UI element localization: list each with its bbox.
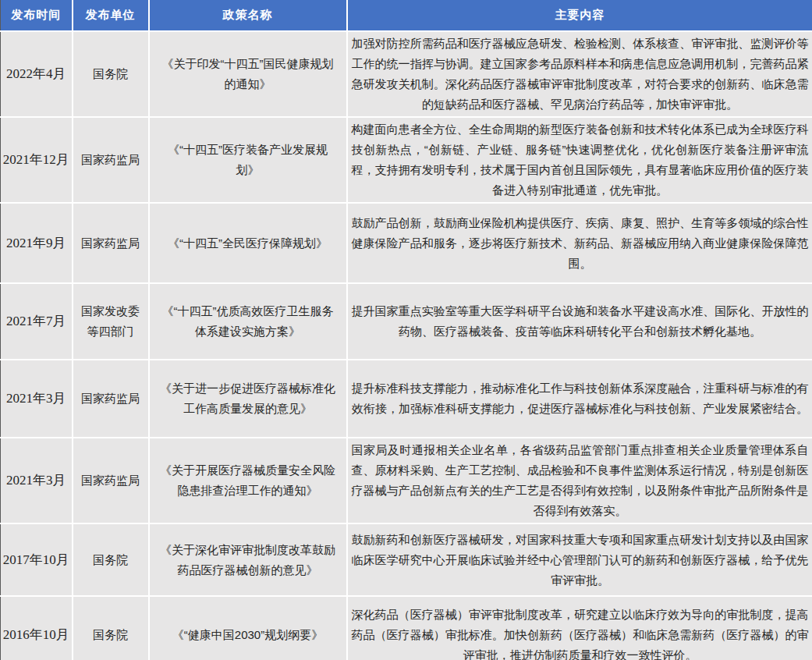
main-content-cell: 提升标准科技支撑能力，推动标准化工作与科技创新体系深度融合，注重科研与标准的有效…	[347, 360, 812, 438]
publish-time-cell: 2021年9月	[1, 203, 73, 283]
publish-unit-cell: 国务院	[73, 596, 149, 660]
table-row: 2017年10月 国务院 《关于深化审评审批制度改革鼓励药品医疗器械创新的意见》…	[1, 523, 812, 596]
publish-time-cell: 2021年7月	[1, 283, 73, 360]
table-row: 2021年3月 国家药监局 《关于开展医疗器械质量安全风险隐患排查治理工作的通知…	[1, 438, 812, 523]
policy-name-cell: 《关于印发“十四五”国民健康规划的通知》	[149, 31, 347, 117]
main-content-cell: 鼓励新药和创新医疗器械研发，对国家科技重大专项和国家重点研发计划支持以及由国家临…	[347, 523, 812, 596]
column-header-policy-name: 政策名称	[149, 0, 347, 31]
main-content-cell: 构建面向患者全方位、全生命周期的新型医疗装备创新和技术转化体系已成为全球医疗科技…	[347, 117, 812, 203]
publish-time-cell: 2017年10月	[1, 523, 73, 596]
main-content-cell: 鼓励产品创新，鼓励商业保险机构提供医疗、疾病、康复、照护、生育等多领域的综合性健…	[347, 203, 812, 283]
policy-name-cell: 《关于进一步促进医疗器械标准化工作高质量发展的意见》	[149, 360, 347, 438]
policy-name-cell: 《“十四五”优质高效医疗卫生服务体系建设实施方案》	[149, 283, 347, 360]
column-header-publish-time: 发布时间	[1, 0, 73, 31]
table-row: 2021年3月 国家药监局 《关于进一步促进医疗器械标准化工作高质量发展的意见》…	[1, 360, 812, 438]
column-header-main-content: 主要内容	[347, 0, 812, 31]
publish-unit-cell: 国家药监局	[73, 360, 149, 438]
publish-time-cell: 2021年12月	[1, 117, 73, 203]
policy-name-cell: 《“健康中国2030”规划纲要》	[149, 596, 347, 660]
publish-time-cell: 2021年3月	[1, 438, 73, 523]
main-content-cell: 深化药品（医疗器械）审评审批制度改革，研究建立以临床疗效为导向的审批制度，提高药…	[347, 596, 812, 660]
table-row: 2021年7月 国家发改委等四部门 《“十四五”优质高效医疗卫生服务体系建设实施…	[1, 283, 812, 360]
publish-time-cell: 2022年4月	[1, 31, 73, 117]
column-header-publish-unit: 发布单位	[73, 0, 149, 31]
publish-time-cell: 2016年10月	[1, 596, 73, 660]
header-row: 发布时间 发布单位 政策名称 主要内容	[1, 0, 812, 31]
publish-unit-cell: 国务院	[73, 31, 149, 117]
policy-name-cell: 《关于深化审评审批制度改革鼓励药品医疗器械创新的意见》	[149, 523, 347, 596]
main-content-cell: 国家局及时通报相关企业名单，各省级药品监管部门重点排查相关企业质量管理体系自查、…	[347, 438, 812, 523]
table-row: 2022年4月 国务院 《关于印发“十四五”国民健康规划的通知》 加强对防控所需…	[1, 31, 812, 117]
policy-name-cell: 《“十四五”全民医疗保障规划》	[149, 203, 347, 283]
main-content-cell: 提升国家重点实验室等重大医学科研平台设施和装备水平建设高水准、国际化、开放性的药…	[347, 283, 812, 360]
table-row: 2021年12月 国家药监局 《“十四五”医疗装备产业发展规划》 构建面向患者全…	[1, 117, 812, 203]
main-content-cell: 加强对防控所需药品和医疗器械应急研发、检验检测、体系核查、审评审批、监测评价等工…	[347, 31, 812, 117]
publish-unit-cell: 国家药监局	[73, 117, 149, 203]
publish-unit-cell: 国务院	[73, 523, 149, 596]
policy-name-cell: 《“十四五”医疗装备产业发展规划》	[149, 117, 347, 203]
table-row: 2021年9月 国家药监局 《“十四五”全民医疗保障规划》 鼓励产品创新，鼓励商…	[1, 203, 812, 283]
table-row: 2016年10月 国务院 《“健康中国2030”规划纲要》 深化药品（医疗器械）…	[1, 596, 812, 660]
publish-time-cell: 2021年3月	[1, 360, 73, 438]
policy-name-cell: 《关于开展医疗器械质量安全风险隐患排查治理工作的通知》	[149, 438, 347, 523]
policy-table: 发布时间 发布单位 政策名称 主要内容 2022年4月 国务院 《关于印发“十四…	[0, 0, 812, 660]
publish-unit-cell: 国家发改委等四部门	[73, 283, 149, 360]
publish-unit-cell: 国家药监局	[73, 203, 149, 283]
publish-unit-cell: 国家药监局	[73, 438, 149, 523]
